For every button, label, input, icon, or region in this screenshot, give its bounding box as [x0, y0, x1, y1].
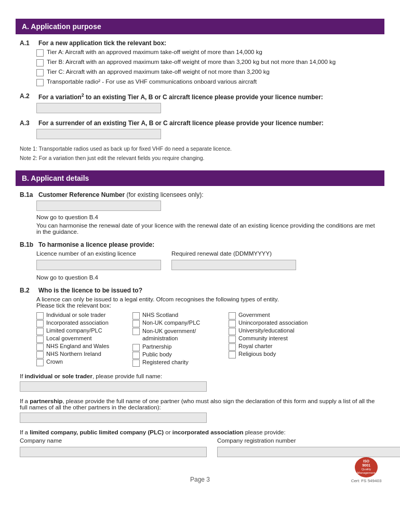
cb-royal-charter: Royal charter: [229, 343, 325, 351]
cb-nhs-scotland-box[interactable]: [132, 312, 140, 320]
b2-if1-text: If individual or sole trader, please pro…: [20, 373, 380, 379]
transportable-checkbox[interactable]: [36, 79, 44, 86]
cb-crown: Crown: [36, 358, 132, 366]
cb-religious: Religious body: [229, 351, 325, 358]
cb-government: Government: [229, 312, 325, 320]
cb-community: Community interest: [229, 335, 325, 343]
cb-registered-charity-box[interactable]: [132, 360, 140, 367]
transportable-label: Transportable radio² - For use as VHF co…: [47, 78, 257, 85]
tier-c-row: Tier C: Aircraft with an approved maximu…: [36, 69, 380, 76]
b1b-field2-label: Required renewal date (DDMMYYYY): [171, 250, 296, 257]
b1a-label: B.1a: [20, 191, 36, 198]
b1a-goto: Now go to question B.4: [36, 214, 380, 220]
cb-limited-box[interactable]: [36, 328, 44, 335]
tier-a-label: Tier A: Aircraft with an approved maximu…: [47, 49, 262, 55]
b1b-goto: Now go to question B.4: [36, 274, 380, 281]
cb-local-gov: Local government: [36, 335, 132, 343]
b2-company-name-input[interactable]: [20, 447, 207, 457]
b2-if3-text: If a limited company, public limited com…: [20, 429, 380, 435]
cb-non-uk-company: Non-UK company/PLC: [132, 320, 229, 327]
cb-unincorporated: Unincorporated association: [229, 320, 325, 327]
cb-university: University/educational: [229, 327, 325, 335]
cb-limited: Limited company/PLC: [36, 327, 132, 335]
tier-c-checkbox[interactable]: [36, 69, 44, 76]
cb-nhs-england: NHS England and Wales: [36, 343, 132, 351]
tier-a-checkbox[interactable]: [36, 49, 44, 57]
section-b-header: B. Applicant details: [16, 170, 384, 186]
q1-label: A.1: [20, 39, 36, 47]
cb-government-box[interactable]: [229, 312, 236, 320]
note1: Note 1: Transportable radios used as bac…: [20, 145, 380, 152]
b2-company-reg-label: Company registration number: [217, 437, 400, 444]
b2-company-name-label: Company name: [20, 437, 207, 444]
cb-non-uk-company-box[interactable]: [132, 320, 140, 327]
tier-c-label: Tier C: Aircraft with an approved maximu…: [47, 69, 270, 75]
cb-incorporated-box[interactable]: [36, 320, 44, 327]
b2-if2-text: If a partnership, please provide the ful…: [20, 398, 380, 410]
cb-partnership-box[interactable]: [132, 344, 140, 351]
iso-circle: ISO 9001 Quality Management: [355, 457, 378, 477]
cb-nhs-scotland: NHS Scotland: [132, 312, 229, 320]
cb-local-gov-box[interactable]: [36, 336, 44, 343]
b2-company-reg-input[interactable]: [217, 447, 400, 457]
b1a-input[interactable]: [36, 201, 161, 211]
iso-badge: ISO 9001 Quality Management Cert: FS 549…: [348, 457, 384, 483]
transportable-row: Transportable radio² - For use as VHF co…: [36, 78, 380, 86]
tier-b-label: Tier B: Aircraft with an approved maximu…: [47, 59, 336, 65]
cb-community-box[interactable]: [229, 336, 236, 343]
b1b-renewal-input[interactable]: [171, 260, 296, 270]
cb-individual-box[interactable]: [36, 312, 44, 320]
b2-subtext1: A licence can only be issued to a legal …: [36, 296, 380, 302]
q2-label: A.2: [20, 92, 36, 101]
cb-crown-box[interactable]: [36, 359, 44, 366]
cb-non-uk-gov: Non-UK government/ administration: [132, 327, 229, 342]
cb-incorporated: Incorporated association: [36, 320, 132, 327]
cb-nhs-england-box[interactable]: [36, 343, 44, 351]
b1b-label: B.1b: [20, 241, 36, 248]
q3-label: A.3: [20, 119, 36, 127]
cb-nhs-ni-box[interactable]: [36, 351, 44, 358]
b2-partnership-input[interactable]: [20, 413, 207, 423]
q3-input[interactable]: [36, 129, 161, 139]
cb-university-box[interactable]: [229, 328, 236, 335]
cb-registered-charity: Registered charity: [132, 359, 229, 367]
b2-subtext2: Please tick the relevant box:: [36, 302, 380, 309]
b1b-text: To harmonise a licence please provide:: [38, 241, 380, 248]
b2-label: B.2: [20, 287, 36, 294]
tier-b-row: Tier B: Aircraft with an approved maximu…: [36, 59, 380, 66]
b1a-info: You can harmonise the renewal date of yo…: [36, 222, 380, 235]
b2-sole-trader-input[interactable]: [20, 381, 207, 392]
tier-a-row: Tier A: Aircraft with an approved maximu…: [36, 49, 380, 57]
section-a-header: A. Application purpose: [16, 19, 384, 34]
cb-religious-box[interactable]: [229, 351, 236, 358]
tier-b-checkbox[interactable]: [36, 59, 44, 66]
cb-non-uk-gov-box[interactable]: [132, 328, 140, 335]
cb-individual: Individual or sole trader: [36, 312, 132, 320]
b1a-text: Customer Reference Number (for existing …: [38, 191, 380, 198]
cb-royal-charter-box[interactable]: [229, 343, 236, 351]
page-number: Page 3: [190, 476, 210, 483]
b2-text: Who is the licence to be issued to?: [38, 287, 380, 294]
note2: Note 2: For a variation then just edit t…: [20, 155, 380, 161]
cb-partnership: Partnership: [132, 343, 229, 351]
b1b-licence-input[interactable]: [36, 260, 161, 270]
cb-public-body: Public body: [132, 351, 229, 359]
cb-nhs-ni: NHS Northern Ireland: [36, 351, 132, 358]
q2-input[interactable]: [36, 103, 161, 113]
q1-text: For a new application tick the relevant …: [38, 39, 380, 47]
cb-unincorporated-box[interactable]: [229, 320, 236, 327]
cb-public-body-box[interactable]: [132, 352, 140, 359]
b1b-field1-label: Licence number of an existing licence: [36, 250, 161, 257]
page-footer: Page 3 ISO 9001 Quality Management Cert:…: [16, 476, 384, 483]
q2-text: For a variation2 to an existing Tier A, …: [38, 92, 380, 101]
q3-text: For a surrender of an existing Tier A, B…: [38, 119, 380, 127]
